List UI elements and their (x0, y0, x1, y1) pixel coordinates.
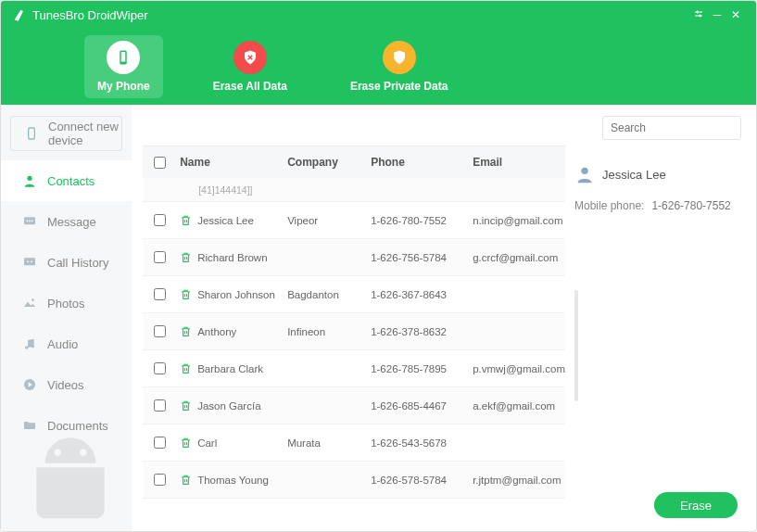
trash-icon[interactable] (180, 251, 192, 263)
sidebar-item-label: Call History (47, 256, 108, 270)
cell-name: Carl (197, 437, 217, 449)
photos-icon (21, 295, 38, 311)
select-all-checkbox[interactable] (154, 157, 166, 169)
cell-phone: 1-626-578-5784 (371, 475, 473, 486)
cell-name: Sharon Johnson (197, 289, 275, 300)
row-checkbox[interactable] (154, 437, 166, 449)
sidebar-item-label: Message (47, 215, 96, 229)
person-icon (21, 172, 38, 189)
cell-company: Murata (287, 437, 371, 449)
trash-icon[interactable] (180, 474, 192, 486)
svg-rect-5 (121, 52, 126, 62)
sidebar-item-label: Contacts (47, 174, 95, 188)
sidebar-item-audio[interactable]: Audio (1, 323, 132, 364)
sidebar-top-label: Connect new device (48, 120, 121, 147)
close-button[interactable]: ✕ (726, 8, 745, 21)
phone-icon (107, 41, 140, 74)
svg-point-11 (32, 220, 33, 222)
shield-icon (383, 41, 416, 74)
search-box[interactable] (602, 116, 741, 140)
tab-my-phone[interactable]: My Phone (84, 35, 163, 98)
tab-erase-private[interactable]: Erase Private Data (337, 35, 461, 98)
table-row[interactable]: Richard Brown1-626-756-5784g.crcf@gmail.… (143, 239, 565, 276)
detail-phone-label: Mobile phone: (574, 199, 644, 212)
row-checkbox[interactable] (154, 288, 166, 300)
tab-label: Erase Private Data (350, 80, 448, 93)
row-checkbox[interactable] (154, 362, 166, 374)
row-checkbox[interactable] (154, 399, 166, 412)
row-checkbox[interactable] (154, 214, 166, 226)
detail-phone-value: 1-626-780-7552 (651, 199, 730, 212)
header-phone: Phone (371, 156, 473, 169)
svg-point-10 (29, 220, 31, 222)
cell-phone: 1-626-756-5784 (371, 252, 473, 263)
android-watermark-icon (1, 429, 140, 531)
cell-name: Barbara Clark (197, 363, 263, 374)
trash-icon[interactable] (180, 288, 192, 300)
table-row[interactable]: Thomas Young1-626-578-5784r.jtptm@gmail.… (143, 462, 565, 499)
cell-name: Anthony (197, 326, 236, 337)
tab-strip: My Phone Erase All Data Erase Private Da… (1, 29, 756, 105)
scrollbar[interactable] (574, 290, 578, 401)
sidebar-item-message[interactable]: Message (1, 201, 132, 242)
contacts-table: Name Company Phone Email [41]144414]]Jes… (143, 146, 565, 520)
message-icon (21, 213, 38, 230)
row-checkbox[interactable] (154, 251, 166, 263)
row-checkbox[interactable] (154, 325, 166, 337)
tab-label: Erase All Data (213, 80, 287, 93)
tab-erase-all[interactable]: Erase All Data (200, 35, 300, 98)
svg-rect-12 (24, 258, 35, 265)
cell-phone: 1-626-367-8643 (371, 289, 473, 300)
trash-icon[interactable] (180, 214, 192, 226)
shield-cross-icon (233, 41, 267, 74)
table-row-fragment: [41]144414]] (143, 178, 565, 202)
cell-email: a.ekf@gmail.com (473, 400, 565, 412)
cell-phone: 1-626-780-7552 (371, 215, 473, 226)
cell-name: Richard Brown (197, 252, 267, 263)
table-row[interactable]: CarlMurata1-626-543-5678 (143, 424, 565, 462)
trash-icon[interactable] (180, 362, 192, 374)
table-row[interactable]: AnthonyInfineon1-626-378-8632 (143, 313, 565, 350)
trash-icon[interactable] (180, 437, 192, 449)
cell-company: Infineon (287, 326, 371, 337)
minimize-button[interactable]: ─ (708, 8, 726, 21)
table-row[interactable]: Barbara Clark1-626-785-7895p.vmwj@gmail.… (143, 350, 565, 387)
connect-device-button[interactable]: Connect new device (10, 116, 122, 151)
sidebar-item-contacts[interactable]: Contacts (1, 160, 132, 201)
sidebar-item-videos[interactable]: Videos (1, 364, 132, 405)
cell-email: r.jtptm@gmail.com (473, 475, 565, 486)
table-row[interactable]: Jessica LeeVipeor1-626-780-7552n.incip@g… (143, 202, 565, 239)
svg-rect-6 (29, 128, 35, 139)
cell-name: Thomas Young (197, 475, 269, 486)
svg-point-23 (581, 168, 587, 174)
call-icon (21, 254, 38, 271)
svg-point-14 (31, 260, 32, 262)
settings-icon[interactable] (689, 8, 708, 22)
sidebar-item-label: Photos (47, 297, 84, 310)
header-name: Name (176, 156, 287, 169)
table-row[interactable]: Sharon JohnsonBagdanton1-626-367-8643 (143, 276, 565, 313)
cell-phone: 1-626-378-8632 (371, 326, 473, 337)
search-input[interactable] (611, 121, 750, 134)
svg-point-2 (697, 11, 699, 13)
trash-icon[interactable] (180, 325, 192, 337)
svg-point-20 (80, 450, 86, 456)
cell-company: Vipeor (287, 215, 371, 226)
sidebar-item-photos[interactable]: Photos (1, 283, 132, 323)
cell-email: p.vmwj@gmail.com (473, 363, 565, 374)
device-icon (24, 125, 39, 142)
sidebar-item-call-history[interactable]: Call History (1, 242, 132, 283)
cell-email: n.incip@gmail.com (473, 215, 565, 226)
cell-name: Jason García (197, 400, 260, 412)
table-row[interactable]: Jason García1-626-685-4467a.ekf@gmail.co… (143, 387, 565, 424)
trash-icon[interactable] (180, 399, 192, 412)
main-content: Name Company Phone Email [41]144414]]Jes… (132, 105, 756, 531)
table-body[interactable]: [41]144414]]Jessica LeeVipeor1-626-780-7… (143, 178, 565, 520)
svg-point-7 (27, 176, 32, 181)
svg-point-9 (26, 220, 28, 222)
row-checkbox[interactable] (154, 474, 166, 486)
svg-point-15 (32, 298, 34, 301)
header-email: Email (473, 156, 565, 169)
cell-name: Jessica Lee (197, 215, 254, 226)
erase-button[interactable]: Erase (654, 492, 738, 518)
